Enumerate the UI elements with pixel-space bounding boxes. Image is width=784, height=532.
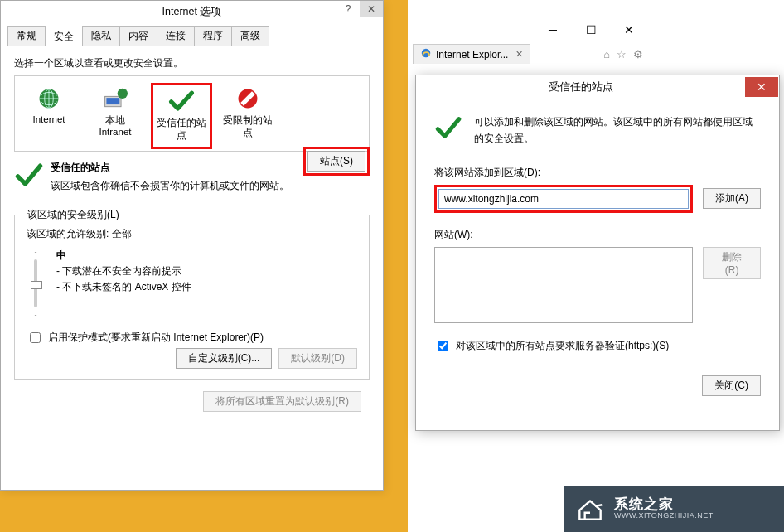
checkmark-icon <box>434 114 462 145</box>
default-level-button[interactable]: 默认级别(D) <box>278 348 357 369</box>
restricted-icon <box>233 86 263 111</box>
zone-intro-text: 选择一个区域以查看或更改安全设置。 <box>14 56 370 70</box>
url-input-highlight <box>434 185 693 213</box>
add-button[interactable]: 添加(A) <box>703 188 761 209</box>
close-tab-icon[interactable]: ✕ <box>515 49 523 60</box>
sites-button[interactable]: 站点(S) <box>307 151 365 172</box>
zone-label: 受限制的站 点 <box>219 114 277 139</box>
tab-content[interactable]: 内容 <box>119 26 157 46</box>
internet-options-dialog: Internet 选项 ? ✕ 常规 安全 隐私 内容 连接 程序 高级 选择一… <box>0 0 384 491</box>
watermark: 系统之家 WWW.XITONGZHIJIA.NET <box>564 486 784 532</box>
zone-label: 本地 Intranet <box>86 114 144 137</box>
protected-mode-label: 启用保护模式(要求重新启动 Internet Explorer)(P) <box>48 331 357 345</box>
dialog-title: 受信任的站点 <box>416 80 745 94</box>
window-close-button[interactable]: ✕ <box>610 18 648 41</box>
dialog-titlebar: 受信任的站点 ✕ <box>416 75 779 99</box>
intranet-icon <box>100 86 130 111</box>
add-site-label: 将该网站添加到区域(D): <box>434 166 761 180</box>
trusted-sites-intro: 可以添加和删除该区域的网站。该区域中的所有网站都使用区域的安全设置。 <box>474 114 761 148</box>
require-https-checkbox[interactable] <box>438 341 448 351</box>
browser-tab[interactable]: Internet Explor... ✕ <box>413 44 530 64</box>
gear-icon[interactable]: ⚙ <box>633 48 643 60</box>
zone-internet[interactable]: Internet <box>18 83 80 149</box>
websites-listbox[interactable] <box>434 247 693 323</box>
browser-tab-label: Internet Explor... <box>436 49 508 60</box>
add-site-input[interactable] <box>438 189 689 209</box>
security-level-description: 中 - 下载潜在不安全内容前提示 - 不下载未签名的 ActiveX 控件 <box>56 248 191 319</box>
custom-level-button[interactable]: 自定义级别(C)... <box>176 348 273 369</box>
remove-button[interactable]: 删除(R) <box>703 247 761 279</box>
close-button[interactable]: ✕ <box>745 77 778 97</box>
tab-general[interactable]: 常规 <box>7 26 46 46</box>
checkmark-icon <box>167 89 196 114</box>
checkmark-icon <box>14 160 44 193</box>
require-https-label: 对该区域中的所有站点要求服务器验证(https:)(S) <box>456 339 669 353</box>
tab-connections[interactable]: 连接 <box>157 26 195 46</box>
close-button[interactable]: ✕ <box>360 1 383 17</box>
sites-button-highlight: 站点(S) <box>303 147 370 176</box>
dialog-title: Internet 选项 <box>162 6 222 17</box>
level-bullet: - 不下载未签名的 ActiveX 控件 <box>56 279 191 295</box>
zone-label: 受信任的站 点 <box>155 117 208 142</box>
security-level-group: 该区域的安全级别(L) 该区域的允许级别: 全部 - - 中 - 下载潜在不安全… <box>14 215 370 380</box>
allowed-levels-label: 该区域的允许级别: 全部 <box>27 227 357 241</box>
window-minimize-button[interactable]: ─ <box>534 18 572 41</box>
level-bullet: - 下载潜在不安全内容前提示 <box>56 264 191 279</box>
websites-label: 网站(W): <box>434 228 761 242</box>
tab-privacy[interactable]: 隐私 <box>82 26 120 46</box>
reset-all-zones-button[interactable]: 将所有区域重置为默认级别(R) <box>203 391 361 412</box>
zone-desc-text: 该区域包含你确信不会损害你的计算机或文件的网站。 <box>51 178 370 193</box>
ie-window-titlebar: ─ ☐ ✕ <box>408 18 648 41</box>
globe-icon <box>34 86 64 111</box>
ie-tab-bar: Internet Explor... ✕ ⌂ ☆ ⚙ <box>408 41 648 66</box>
zone-trusted[interactable]: 受信任的站 点 <box>151 83 212 149</box>
house-icon <box>574 493 606 525</box>
favorites-icon[interactable]: ☆ <box>617 48 627 60</box>
tab-security[interactable]: 安全 <box>45 27 83 46</box>
trusted-sites-dialog: 受信任的站点 ✕ 可以添加和删除该区域的网站。该区域中的所有网站都使用区域的安全… <box>415 75 780 431</box>
home-icon[interactable]: ⌂ <box>603 48 610 60</box>
close-dialog-button[interactable]: 关闭(C) <box>702 375 761 396</box>
protected-mode-checkbox[interactable] <box>30 332 41 343</box>
group-legend: 该区域的安全级别(L) <box>23 208 123 222</box>
dialog-tabs: 常规 安全 隐私 内容 连接 程序 高级 <box>1 26 383 46</box>
watermark-name: 系统之家 <box>614 497 714 513</box>
zone-restricted[interactable]: 受限制的站 点 <box>217 83 278 149</box>
tab-programs[interactable]: 程序 <box>194 26 232 46</box>
level-name: 中 <box>56 248 191 264</box>
zone-label: Internet <box>20 114 78 124</box>
svg-rect-4 <box>106 98 119 104</box>
zone-intranet[interactable]: 本地 Intranet <box>85 83 146 149</box>
svg-point-5 <box>118 89 128 99</box>
window-maximize-button[interactable]: ☐ <box>572 18 610 41</box>
watermark-url: WWW.XITONGZHIJIA.NET <box>614 512 714 520</box>
dialog-titlebar: Internet 选项 ? ✕ <box>1 1 383 22</box>
help-button[interactable]: ? <box>336 1 360 17</box>
security-level-slider[interactable]: - - <box>27 248 45 319</box>
security-zone-list: Internet 本地 Intranet 受信任的站 点 受限制的站 点 <box>14 75 370 152</box>
tab-advanced[interactable]: 高级 <box>231 26 269 46</box>
ie-logo-icon <box>420 47 432 61</box>
